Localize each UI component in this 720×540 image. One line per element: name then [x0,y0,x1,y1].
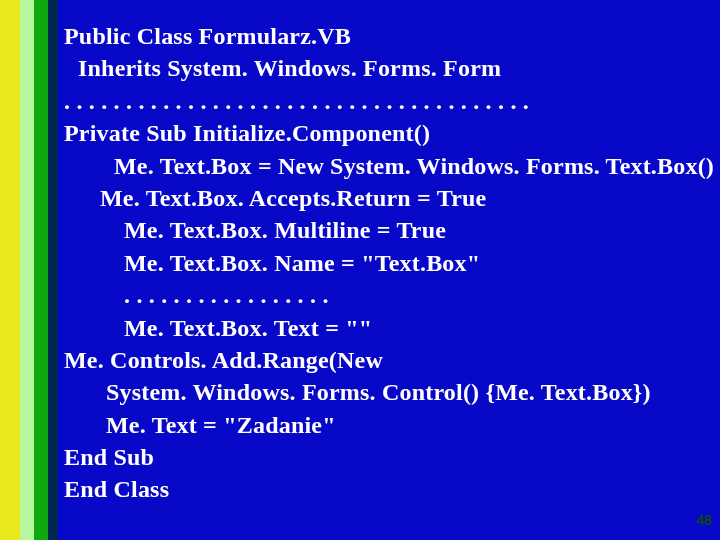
code-line: Me. Text.Box. Text = "" [64,312,700,344]
code-line: . . . . . . . . . . . . . . . . . [64,279,700,311]
code-line: Me. Text.Box. Accepts.Return = True [64,182,700,214]
slide: Public Class Formularz.VB Inherits Syste… [0,0,720,540]
code-line: End Sub [64,441,700,473]
decor-stripe-green [34,0,48,540]
code-line: . . . . . . . . . . . . . . . . . . . . … [64,85,700,117]
decor-stripe-yellow [0,0,20,540]
code-line: Public Class Formularz.VB [64,20,700,52]
code-line: Me. Text.Box. Name = "Text.Box" [64,247,700,279]
code-line: Me. Text = "Zadanie" [64,409,700,441]
code-line: Private Sub Initialize.Component() [64,117,700,149]
code-line: Me. Controls. Add.Range(New [64,344,700,376]
code-line: Me. Text.Box. Multiline = True [64,214,700,246]
code-block: Public Class Formularz.VB Inherits Syste… [64,20,700,506]
code-line: End Class [64,473,700,505]
page-number: 48 [696,512,712,528]
decor-stripe-lightgreen [20,0,34,540]
decor-stripe-dark [48,0,58,540]
code-line: Me. Text.Box = New System. Windows. Form… [64,150,700,182]
code-line: System. Windows. Forms. Control() {Me. T… [64,376,700,408]
code-line: Inherits System. Windows. Forms. Form [64,52,700,84]
